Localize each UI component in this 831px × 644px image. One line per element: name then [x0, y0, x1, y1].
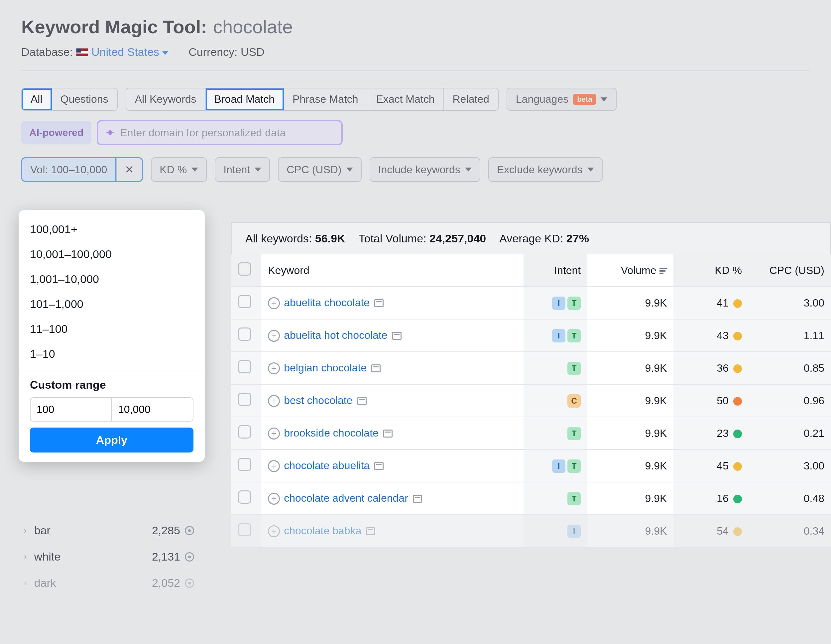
tab-exact-match[interactable]: Exact Match [367, 88, 444, 110]
cell-cpc: 0.85 [748, 352, 831, 384]
filter-intent-label: Intent [223, 164, 250, 176]
keyword-link[interactable]: chocolate babka [284, 524, 361, 537]
row-checkbox[interactable] [238, 295, 251, 308]
filter-cpc[interactable]: CPC (USD) [278, 157, 361, 182]
add-icon[interactable]: + [268, 297, 280, 309]
range-to-input[interactable] [112, 397, 193, 422]
row-checkbox[interactable] [238, 393, 251, 406]
table-row: +chocolate advent calendar T 9.9K 16 0.4… [231, 482, 831, 515]
keyword-link[interactable]: chocolate abuelita [284, 459, 369, 472]
filter-volume[interactable]: Vol: 100–10,000 [21, 157, 116, 182]
chevron-down-icon [601, 97, 607, 101]
column-checkbox [231, 254, 261, 287]
segment-match: All Keywords Broad Match Phrase Match Ex… [126, 88, 498, 111]
filter-exclude-label: Exclude keywords [497, 164, 583, 176]
row-checkbox[interactable] [238, 327, 251, 341]
keyword-link[interactable]: best chocolate [284, 394, 352, 406]
chevron-down-icon [162, 51, 169, 55]
sidebar-item[interactable]: ›white 2,131 [16, 544, 202, 570]
tab-questions[interactable]: Questions [52, 88, 117, 110]
vol-option[interactable]: 1,001–10,000 [19, 267, 205, 292]
serp-icon[interactable] [374, 462, 384, 470]
keyword-link[interactable]: belgian chocolate [284, 362, 367, 374]
eye-icon[interactable] [185, 526, 194, 535]
serp-icon[interactable] [383, 430, 393, 438]
table-row: +chocolate abuelita IT 9.9K 45 3.00 [231, 450, 831, 482]
keyword-link[interactable]: chocolate advent calendar [284, 492, 408, 504]
header: Keyword Magic Tool: chocolate Database: … [0, 0, 831, 77]
ai-domain-input[interactable]: ✦ Enter domain for personalized data [97, 120, 343, 145]
add-icon[interactable]: + [268, 460, 280, 472]
column-keyword[interactable]: Keyword [261, 254, 524, 287]
intent-badge-I: I [567, 524, 581, 538]
cell-cpc: 0.96 [748, 384, 831, 417]
summary-allkw-value: 56.9K [315, 232, 345, 245]
tab-all-keywords[interactable]: All Keywords [126, 88, 206, 110]
beta-badge: beta [573, 94, 596, 105]
database-selector[interactable]: United States [91, 46, 169, 59]
vol-option[interactable]: 101–1,000 [19, 292, 205, 317]
row-checkbox[interactable] [238, 490, 251, 504]
cell-kd: 45 [673, 450, 748, 482]
vol-option[interactable]: 1–10 [19, 341, 205, 367]
serp-icon[interactable] [357, 397, 367, 405]
eye-icon[interactable] [185, 579, 194, 588]
cell-cpc: 0.48 [748, 482, 831, 515]
apply-button[interactable]: Apply [30, 427, 193, 453]
sidebar-item-label: bar [34, 524, 51, 537]
sidebar-item[interactable]: ›dark 2,052 [16, 570, 202, 596]
row-checkbox[interactable] [238, 425, 251, 438]
column-intent[interactable]: Intent [524, 254, 587, 287]
column-volume[interactable]: Volume [587, 254, 673, 287]
range-from-input[interactable] [30, 397, 112, 422]
add-icon[interactable]: + [268, 525, 280, 537]
summary-allkw-label: All keywords: [245, 232, 312, 245]
serp-icon[interactable] [371, 364, 380, 372]
table-row: +brookside chocolate T 9.9K 23 0.21 [231, 417, 831, 450]
sidebar-item-label: white [34, 550, 60, 563]
intent-badge-T: T [567, 459, 581, 473]
tab-related[interactable]: Related [444, 88, 498, 110]
eye-icon[interactable] [185, 552, 194, 561]
table-row: +best chocolate C 9.9K 50 0.96 [231, 384, 831, 417]
filter-intent[interactable]: Intent [215, 157, 270, 182]
cell-cpc: 0.21 [748, 417, 831, 450]
vol-option[interactable]: 11–100 [19, 317, 205, 341]
sidebar-item[interactable]: ›bar 2,285 [16, 517, 202, 544]
row-checkbox[interactable] [238, 458, 251, 471]
keyword-link[interactable]: brookside chocolate [284, 427, 379, 439]
vol-option[interactable]: 10,001–100,000 [19, 242, 205, 267]
add-icon[interactable]: + [268, 395, 280, 407]
cell-volume: 9.9K [587, 319, 673, 352]
serp-icon[interactable] [374, 299, 384, 307]
filter-exclude[interactable]: Exclude keywords [488, 157, 603, 182]
intent-badge-I: I [552, 296, 565, 310]
languages-dropdown[interactable]: Languages beta [506, 88, 617, 111]
vol-option[interactable]: 100,001+ [19, 217, 205, 242]
cell-volume: 9.9K [587, 352, 673, 384]
filter-volume-clear[interactable]: ✕ [116, 157, 143, 182]
select-all-checkbox[interactable] [238, 262, 251, 276]
summary-totvol-label: Total Volume: [358, 232, 426, 245]
filter-include[interactable]: Include keywords [369, 157, 480, 182]
serp-icon[interactable] [366, 527, 375, 535]
cell-volume: 9.9K [587, 450, 673, 482]
add-icon[interactable]: + [268, 362, 280, 375]
keyword-link[interactable]: abuelita hot chocolate [284, 329, 387, 341]
add-icon[interactable]: + [268, 330, 280, 342]
keyword-link[interactable]: abuelita chocolate [284, 296, 369, 309]
cell-cpc: 1.11 [748, 319, 831, 352]
row-checkbox[interactable] [238, 523, 251, 536]
cell-kd: 50 [673, 384, 748, 417]
add-icon[interactable]: + [268, 493, 280, 505]
tab-broad-match[interactable]: Broad Match [206, 88, 284, 110]
add-icon[interactable]: + [268, 427, 280, 440]
column-cpc[interactable]: CPC (USD) [748, 254, 831, 287]
column-kd[interactable]: KD % [673, 254, 748, 287]
serp-icon[interactable] [413, 495, 422, 503]
tab-phrase-match[interactable]: Phrase Match [284, 88, 367, 110]
tab-all[interactable]: All [22, 88, 52, 110]
filter-kd[interactable]: KD % [151, 157, 207, 182]
serp-icon[interactable] [392, 332, 401, 340]
row-checkbox[interactable] [238, 360, 251, 373]
